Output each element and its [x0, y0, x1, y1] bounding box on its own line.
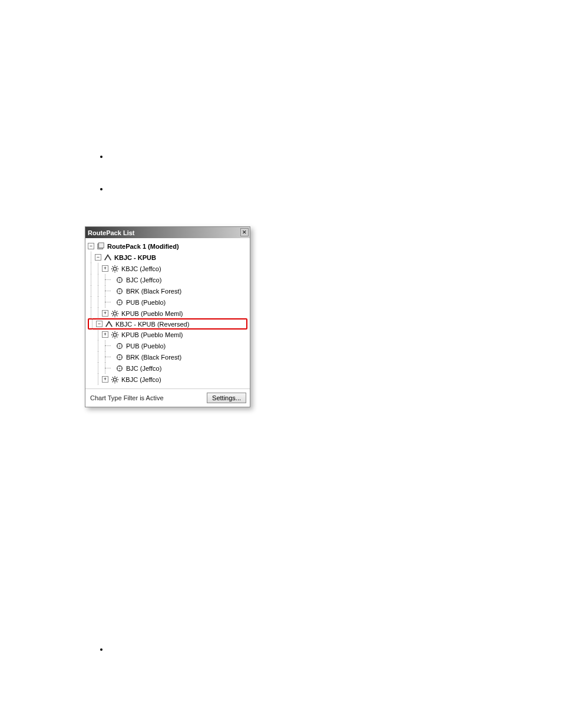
titlebar[interactable]: RoutePack List ✕	[85, 227, 250, 238]
tree-route-label: KBJC - KPUB (Reversed)	[115, 321, 189, 328]
tree-root[interactable]: − RoutePack 1 (Modified)	[88, 241, 247, 252]
svg-point-14	[119, 357, 120, 358]
tree-view[interactable]: − RoutePack 1 (Modified) − KBJC - KPUB	[85, 238, 250, 388]
tree-item-airport[interactable]: + KBJC (Jeffco)	[88, 374, 247, 385]
tree-item-airport[interactable]: + KPUB (Pueblo Meml)	[88, 329, 247, 340]
svg-point-9	[113, 312, 116, 315]
tree-item-waypoint[interactable]: PUB (Pueblo)	[88, 340, 247, 351]
tree-item-waypoint[interactable]: BJC (Jeffco)	[88, 274, 247, 285]
filter-status: Chart Type Filter is Active	[90, 394, 164, 401]
tree-item-airport[interactable]: + KBJC (Jeffco)	[88, 263, 247, 274]
tree-item-waypoint[interactable]: BJC (Jeffco)	[88, 363, 247, 374]
routepack-icon	[96, 242, 105, 251]
waypoint-icon	[115, 298, 124, 307]
tree-root-label: RoutePack 1 (Modified)	[107, 243, 179, 250]
panel-footer: Chart Type Filter is Active Settings...	[85, 388, 250, 407]
gear-icon	[110, 330, 120, 340]
close-icon[interactable]: ✕	[240, 228, 249, 236]
expand-toggle[interactable]: −	[95, 254, 101, 261]
waypoint-icon	[115, 286, 124, 296]
tree-route-label: KBJC - KPUB	[114, 254, 156, 261]
tree-item-label: PUB (Pueblo)	[126, 299, 166, 306]
tree-item-label: KBJC (Jeffco)	[121, 376, 161, 383]
svg-rect-1	[99, 242, 104, 248]
tree-item-waypoint[interactable]: PUB (Pueblo)	[88, 297, 247, 308]
tree-item-label: KPUB (Pueblo Meml)	[121, 331, 183, 338]
tree-item-label: BRK (Black Forest)	[126, 288, 181, 295]
expand-toggle[interactable]: −	[96, 321, 103, 327]
tree-route[interactable]: − KBJC - KPUB	[88, 252, 247, 263]
svg-point-17	[113, 378, 116, 381]
tree-route-highlighted[interactable]: − KBJC - KPUB (Reversed)	[88, 318, 247, 330]
tree-item-label: BRK (Black Forest)	[126, 354, 181, 361]
svg-point-10	[113, 333, 116, 336]
tree-item-waypoint[interactable]: BRK (Black Forest)	[88, 285, 247, 297]
tree-item-waypoint[interactable]: BRK (Black Forest)	[88, 351, 247, 363]
expand-toggle[interactable]: +	[102, 331, 108, 338]
gear-icon	[110, 375, 120, 384]
tree-item-label: KBJC (Jeffco)	[121, 265, 161, 272]
svg-point-8	[119, 302, 120, 303]
settings-button[interactable]: Settings...	[207, 393, 246, 403]
bullet-list-top	[85, 152, 109, 217]
svg-point-2	[113, 267, 116, 270]
svg-point-4	[119, 279, 120, 281]
waypoint-icon	[115, 364, 124, 373]
tree-item-label: KPUB (Pueblo Meml)	[121, 310, 183, 317]
svg-point-16	[119, 368, 120, 369]
expand-toggle[interactable]: −	[88, 243, 94, 249]
waypoint-icon	[115, 341, 124, 351]
tree-item-airport[interactable]: + KPUB (Pueblo Meml)	[88, 308, 247, 319]
tree-item-label: BJC (Jeffco)	[126, 276, 161, 284]
expand-toggle[interactable]: +	[102, 265, 108, 272]
routepack-panel: RoutePack List ✕ − RoutePack 1 (Modified…	[85, 226, 250, 407]
panel-title: RoutePack List	[88, 229, 134, 236]
tree-item-label: BJC (Jeffco)	[126, 365, 161, 372]
svg-point-12	[119, 345, 120, 347]
route-icon	[104, 319, 114, 329]
gear-icon	[110, 264, 120, 274]
tree-item-label: PUB (Pueblo)	[126, 342, 166, 350]
expand-toggle[interactable]: +	[102, 310, 108, 317]
waypoint-icon	[115, 275, 124, 285]
gear-icon	[110, 309, 120, 318]
waypoint-icon	[115, 353, 124, 362]
expand-toggle[interactable]: +	[102, 376, 108, 383]
bullet-list-bottom	[85, 645, 109, 677]
route-icon	[103, 253, 113, 262]
svg-point-6	[119, 291, 120, 292]
